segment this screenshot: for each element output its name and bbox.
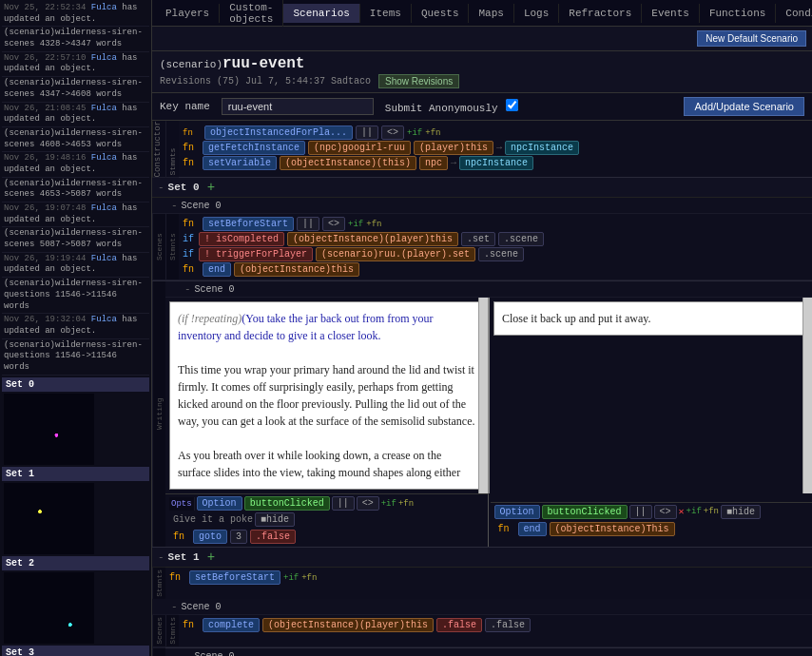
pill-goto[interactable]: goto — [193, 530, 227, 544]
pill-result-false: .false — [485, 618, 531, 632]
tab-logs[interactable]: Logs — [514, 4, 559, 23]
pill-npc-instance-2[interactable]: npcInstance — [459, 156, 533, 170]
or-right[interactable]: || — [629, 505, 652, 519]
tab-quests[interactable]: Quests — [412, 4, 470, 23]
set-0-add[interactable]: + — [207, 181, 215, 194]
tab-items[interactable]: Items — [360, 4, 412, 23]
diam-right[interactable]: <> — [654, 505, 677, 519]
show-revisions-button[interactable]: Show Revisions — [378, 74, 459, 88]
tab-scenarios[interactable]: Scenarios — [283, 4, 359, 23]
pill-player-this[interactable]: (player)this — [414, 141, 493, 155]
pill-setbefore-s1[interactable]: setBeforeStart — [189, 570, 280, 585]
tab-custom-objects[interactable]: Custom-objects — [220, 0, 283, 29]
add-if-opt-right[interactable]: +if — [686, 507, 702, 516]
pill-scene[interactable]: .scene — [498, 232, 544, 246]
tab-events[interactable]: Events — [642, 4, 700, 23]
pill-npc-googirl[interactable]: (npc)googirl-ruu — [308, 141, 411, 155]
pill-not-trigger[interactable]: ! triggerForPlayer — [199, 247, 313, 261]
writing-scene-toggle[interactable]: - — [184, 283, 191, 295]
set-0-toggle[interactable]: - — [158, 182, 164, 193]
tab-players[interactable]: Players — [156, 4, 220, 23]
editor-main: Constructor Stmnts fn objectInstancedFor… — [152, 121, 812, 656]
pill-npc-instance[interactable]: npcInstance — [505, 141, 579, 155]
or-left[interactable]: || — [332, 496, 355, 511]
writing-bottom-scene-label: - Scene 0 — [165, 648, 812, 656]
add-if-opt-left[interactable]: +if — [381, 499, 396, 509]
pill-not-completed[interactable]: ! isCompleted — [199, 232, 284, 246]
close-icon-right[interactable]: ✕ — [679, 506, 685, 517]
diam-left[interactable]: <> — [357, 496, 379, 511]
hide-check-right[interactable]: ■hide — [721, 505, 761, 519]
writing-scrollbar-right[interactable] — [802, 298, 812, 493]
option-label-left[interactable]: Option — [197, 496, 242, 511]
add-if-btn[interactable]: +if — [407, 128, 422, 138]
writing-scrollbar-left[interactable] — [478, 298, 488, 493]
writing-text-right[interactable]: Close it back up and put it away. — [493, 301, 808, 336]
add-fn-s1[interactable]: +fn — [301, 573, 317, 583]
pill-set-variable[interactable]: setVariable — [203, 156, 277, 170]
option-clicked-left[interactable]: buttonClicked — [244, 496, 330, 511]
writing-label: Writing — [152, 281, 165, 547]
writing-text-left[interactable]: (if !repeating)(You take the jar back ou… — [169, 301, 484, 490]
pill-scene-2[interactable]: .scene — [478, 247, 524, 261]
pill-or-2[interactable]: || — [297, 217, 319, 231]
pill-false-2[interactable]: .false — [436, 618, 482, 632]
pill-object-instanced[interactable]: objectInstancedForPla... — [204, 125, 353, 140]
pill-obj-this[interactable]: (objectInstance)this — [234, 262, 359, 277]
set-0-name: Set 0 — [168, 182, 200, 193]
sidebar-set-1[interactable]: Set 1 — [2, 467, 149, 481]
submit-anon-checkbox[interactable] — [506, 99, 518, 111]
add-fn-opt-right[interactable]: +fn — [704, 507, 719, 516]
pill-set[interactable]: .set — [461, 232, 495, 246]
set-1-scene-0-stmnts: Scenes Stmnts fn complete (objectInstanc… — [152, 615, 812, 646]
add-update-scenario-button[interactable]: Add/Update Scenario — [684, 97, 804, 116]
add-fn-opt-left[interactable]: +fn — [398, 499, 414, 509]
pill-false-1[interactable]: .false — [250, 530, 296, 544]
pill-end[interactable]: end — [203, 262, 231, 277]
tab-conditionals[interactable]: Conditionals — [776, 4, 812, 23]
pill-setbefore[interactable]: setBeforeStart — [203, 217, 294, 231]
pill-scenario-ruu[interactable]: (scenario)ruu.(player).set — [316, 247, 475, 261]
constructor-row-2: fn getFetchInstance (npc)googirl-ruu (pl… — [183, 141, 808, 155]
give-poke-label: Give it a poke — [173, 514, 253, 525]
scene-0-name: Scene 0 — [182, 201, 222, 211]
hide-check-left[interactable]: ■hide — [255, 512, 295, 527]
pill-obj-this-2[interactable]: (objectInstance)This — [550, 522, 675, 536]
new-default-scenario-button[interactable]: New Default Scenario — [697, 30, 806, 47]
key-name-input[interactable] — [222, 98, 374, 115]
pill-complete[interactable]: complete — [203, 618, 260, 632]
add-fn-2[interactable]: +fn — [366, 220, 381, 229]
fn-goto-kw: fn — [173, 531, 190, 542]
pill-or[interactable]: || — [356, 125, 378, 140]
fn-end-kw: fn — [183, 264, 200, 275]
pill-get-fetch[interactable]: getFetchInstance — [203, 141, 305, 155]
set-1-add[interactable]: + — [207, 550, 215, 564]
scene-s1-toggle[interactable]: - — [171, 601, 178, 612]
pill-diam-2[interactable]: <> — [322, 217, 345, 231]
set-1-scene-0: - Scene 0 Scenes Stmnts fn complete (obj… — [152, 599, 812, 647]
tab-functions[interactable]: Functions — [700, 4, 776, 23]
set-1-toggle[interactable]: - — [158, 551, 164, 563]
tab-maps[interactable]: Maps — [469, 4, 513, 23]
add-if-2[interactable]: +if — [348, 220, 363, 229]
pill-obj-player[interactable]: (objectInstance)(player)this — [287, 232, 458, 246]
scene-0-rows: fn setBeforeStart || <> +if +fn if ! isC… — [179, 214, 812, 280]
tab-refractors[interactable]: Refractors — [559, 4, 642, 23]
add-if-s1[interactable]: +if — [283, 573, 299, 583]
option-clicked-right[interactable]: buttonClicked — [542, 505, 628, 519]
pill-3[interactable]: 3 — [230, 530, 247, 544]
option-label-right[interactable]: Option — [494, 505, 540, 519]
scene-0-toggle[interactable]: - — [171, 200, 178, 211]
pill-obj-player-2[interactable]: (objectInstance)(player)this — [262, 618, 434, 632]
sidebar-set-0[interactable]: Set 0 — [2, 377, 149, 392]
pill-npc[interactable]: npc — [419, 156, 448, 170]
pill-obj-instance-this[interactable]: (objectInstance)(this) — [280, 156, 416, 170]
give-poke-row: Give it a poke ■hide — [169, 512, 484, 527]
pill-end-2[interactable]: end — [518, 522, 547, 536]
constructor-section: Constructor Stmnts fn objectInstancedFor… — [152, 121, 812, 178]
add-fn-btn[interactable]: +fn — [425, 128, 440, 138]
pill-diamond[interactable]: <> — [381, 125, 404, 140]
writing-bottom-toggle[interactable]: - — [184, 650, 191, 656]
sidebar-set-3[interactable]: Set 3 — [2, 646, 149, 656]
sidebar-set-2[interactable]: Set 2 — [2, 556, 149, 570]
